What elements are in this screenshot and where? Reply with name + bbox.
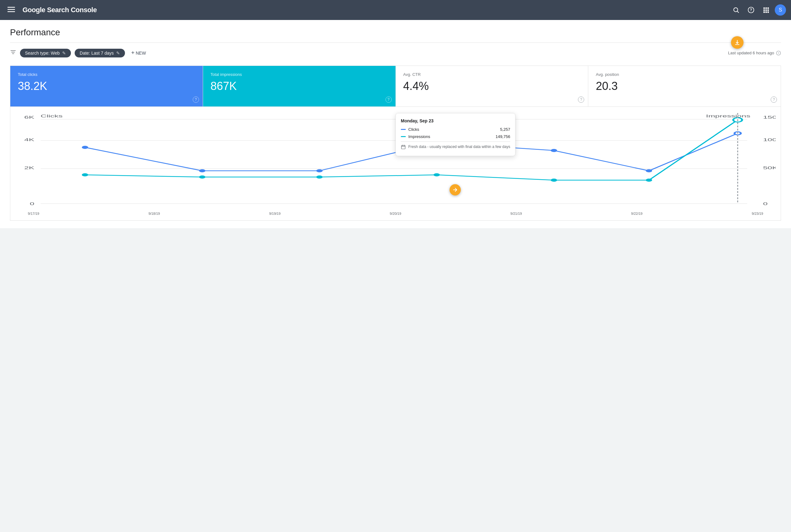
position-help-icon[interactable]: ? xyxy=(771,96,777,103)
total-clicks-label: Total clicks xyxy=(18,72,195,77)
svg-rect-1 xyxy=(7,9,15,10)
avg-ctr-value: 4.4% xyxy=(403,80,581,92)
total-impressions-label: Total impressions xyxy=(210,72,388,77)
impressions-help-icon[interactable]: ? xyxy=(386,96,392,103)
svg-text:?: ? xyxy=(750,8,752,12)
svg-text:50K: 50K xyxy=(763,166,776,170)
menu-icon[interactable] xyxy=(5,3,18,17)
avg-ctr-card[interactable]: Avg. CTR 4.4% ? xyxy=(396,66,589,107)
total-clicks-card[interactable]: Total clicks 38.2K ? xyxy=(10,66,203,107)
x-label-4: 9/21/19 xyxy=(511,212,522,215)
tooltip-impressions-value: 149,756 xyxy=(495,134,510,139)
tooltip-impressions-label: Impressions xyxy=(408,134,493,139)
svg-text:150K: 150K xyxy=(763,115,776,119)
svg-rect-10 xyxy=(764,10,765,11)
tooltip-info-text: Fresh data - usually replaced with final… xyxy=(408,144,510,150)
search-type-filter[interactable]: Search type: Web ✎ xyxy=(20,49,71,57)
svg-rect-14 xyxy=(766,12,767,13)
x-label-5: 9/22/19 xyxy=(631,212,643,215)
svg-text:2K: 2K xyxy=(24,166,34,170)
svg-text:6K: 6K xyxy=(24,115,34,119)
svg-text:100K: 100K xyxy=(763,137,776,142)
app-title: Google Search Console xyxy=(22,6,725,14)
svg-rect-2 xyxy=(7,11,15,12)
tooltip-title: Monday, Sep 23 xyxy=(401,118,510,123)
svg-rect-13 xyxy=(764,12,765,13)
tooltip-clicks-row: Clicks 5,257 xyxy=(401,127,510,132)
avg-ctr-label: Avg. CTR xyxy=(403,72,581,77)
svg-point-44 xyxy=(199,175,205,178)
svg-rect-9 xyxy=(768,7,769,9)
calendar-icon xyxy=(401,145,406,151)
svg-point-41 xyxy=(646,169,652,172)
filter-icon[interactable] xyxy=(10,49,16,57)
divider xyxy=(10,42,781,43)
page-title: Performance xyxy=(10,27,781,37)
date-label: Date: Last 7 days xyxy=(80,51,114,56)
user-avatar[interactable]: S xyxy=(775,4,786,16)
chart-container: 6K 4K 2K 0 150K 100K 50K 0 Clicks Impres… xyxy=(10,107,781,221)
clicks-dot xyxy=(401,129,406,130)
grid-icon[interactable] xyxy=(760,4,772,16)
edit-icon-date: ✎ xyxy=(116,51,120,56)
svg-rect-12 xyxy=(768,10,769,11)
total-impressions-card[interactable]: Total impressions 867K ? xyxy=(203,66,396,107)
svg-text:Clicks: Clicks xyxy=(41,114,62,118)
download-button[interactable] xyxy=(731,36,743,49)
tooltip-info: Fresh data - usually replaced with final… xyxy=(401,144,510,151)
svg-point-40 xyxy=(551,149,557,152)
svg-text:?: ? xyxy=(778,52,779,55)
svg-line-4 xyxy=(737,11,738,13)
last-updated-text: Last updated 6 hours ago ? xyxy=(728,51,781,56)
svg-rect-51 xyxy=(401,146,405,149)
tooltip-clicks-value: 5,257 xyxy=(500,127,511,132)
tooltip-impressions-row: Impressions 149,756 xyxy=(401,134,510,139)
date-filter[interactable]: Date: Last 7 days ✎ xyxy=(75,49,125,57)
main-content: Performance Search type: Web ✎ Date: Las… xyxy=(0,20,791,228)
x-label-2: 9/19/19 xyxy=(269,212,280,215)
edit-icon: ✎ xyxy=(62,51,66,56)
svg-point-48 xyxy=(646,178,652,182)
x-axis: 9/17/19 9/18/19 9/19/19 9/20/19 9/21/19 … xyxy=(15,212,776,215)
svg-rect-11 xyxy=(766,10,767,11)
svg-rect-15 xyxy=(768,12,769,13)
svg-text:0: 0 xyxy=(763,202,768,206)
avg-position-label: Avg. position xyxy=(596,72,773,77)
chart-tooltip: Monday, Sep 23 Clicks 5,257 Impressions … xyxy=(396,113,515,156)
impressions-dot xyxy=(401,136,406,137)
search-type-label: Search type: Web xyxy=(25,51,60,56)
avg-position-value: 20.3 xyxy=(596,80,773,92)
search-icon[interactable] xyxy=(730,4,742,16)
new-label: NEW xyxy=(136,51,146,56)
svg-text:Impressions: Impressions xyxy=(706,114,750,118)
svg-rect-7 xyxy=(764,7,765,9)
svg-rect-0 xyxy=(7,7,15,8)
filter-bar: Search type: Web ✎ Date: Last 7 days ✎ +… xyxy=(10,48,781,58)
svg-point-46 xyxy=(434,173,440,176)
header-icons: ? S xyxy=(730,4,786,16)
svg-point-47 xyxy=(551,178,557,182)
total-impressions-value: 867K xyxy=(210,80,388,92)
total-clicks-value: 38.2K xyxy=(18,80,195,92)
x-label-1: 9/18/19 xyxy=(148,212,160,215)
clicks-help-icon[interactable]: ? xyxy=(193,96,199,103)
svg-point-43 xyxy=(82,173,88,176)
ctr-help-icon[interactable]: ? xyxy=(578,96,584,103)
metrics-row: Total clicks 38.2K ? Total impressions 8… xyxy=(10,65,781,107)
help-icon[interactable]: ? xyxy=(745,4,757,16)
tooltip-clicks-label: Clicks xyxy=(408,127,498,132)
help-circle-icon[interactable]: ? xyxy=(776,51,781,56)
svg-text:4K: 4K xyxy=(24,137,34,142)
svg-point-45 xyxy=(316,175,323,178)
header: Google Search Console ? xyxy=(0,0,791,20)
new-button[interactable]: + NEW xyxy=(129,48,148,58)
svg-point-38 xyxy=(316,169,323,172)
x-label-0: 9/17/19 xyxy=(28,212,39,215)
nav-arrow-button[interactable] xyxy=(449,184,461,195)
x-label-6: 9/23/19 xyxy=(752,212,763,215)
avg-position-card[interactable]: Avg. position 20.3 ? xyxy=(588,66,781,107)
svg-point-36 xyxy=(82,146,88,149)
x-label-3: 9/20/19 xyxy=(390,212,401,215)
tooltip-divider xyxy=(401,141,510,142)
svg-point-37 xyxy=(199,169,205,172)
